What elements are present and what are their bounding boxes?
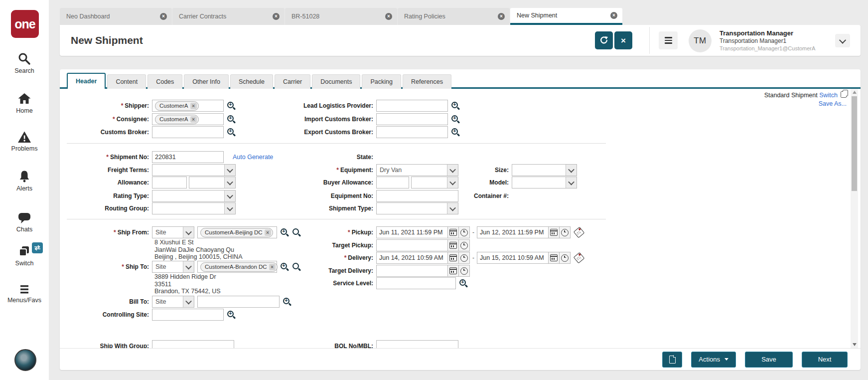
tab-br-51028[interactable]: BR-51028 ×: [285, 8, 397, 25]
ship-from-type-select[interactable]: Site: [152, 226, 194, 238]
refresh-button[interactable]: [595, 31, 613, 49]
zoom-plus-icon[interactable]: [451, 115, 460, 124]
ship-to-type-select[interactable]: Site: [152, 261, 194, 273]
close-icon[interactable]: ×: [160, 13, 167, 20]
appointment-icon[interactable]: [574, 252, 585, 264]
bill-to-type-select[interactable]: Site: [152, 296, 194, 308]
close-icon[interactable]: ×: [498, 13, 505, 20]
actions-button[interactable]: Actions: [691, 352, 736, 368]
ship-with-group-field[interactable]: [152, 340, 234, 348]
import-customs-broker-field[interactable]: [376, 113, 448, 125]
tab-new-shipment[interactable]: New Shipment ×: [510, 8, 622, 25]
vertical-scrollbar[interactable]: [851, 89, 858, 348]
lead-logistics-provider-field[interactable]: [376, 100, 448, 112]
delivery-from-field[interactable]: Jun 14, 2021 10:59 AM: [376, 252, 448, 264]
scroll-down-button[interactable]: [851, 341, 858, 348]
clock-icon[interactable]: [459, 226, 470, 238]
scrollbar-thumb[interactable]: [852, 96, 857, 191]
tab-rating-policies[interactable]: Rating Policies ×: [398, 8, 510, 25]
freight-terms-select[interactable]: [152, 164, 236, 176]
pickup-from-field[interactable]: Jun 11, 2021 11:59 PM: [376, 226, 448, 238]
form-tab-header[interactable]: Header: [67, 73, 106, 89]
shipment-no-field[interactable]: 220831: [152, 151, 224, 163]
auto-generate-link[interactable]: Auto Generate: [233, 154, 273, 161]
model-select[interactable]: [512, 177, 577, 189]
sidebar-item-home[interactable]: Home: [0, 92, 49, 114]
form-tab-packing[interactable]: Packing: [362, 74, 401, 89]
one-logo[interactable]: one: [11, 10, 39, 38]
calendar-icon[interactable]: [549, 226, 560, 238]
sidebar-item-chats[interactable]: Chats: [0, 211, 49, 233]
zoom-plus-icon[interactable]: [227, 102, 236, 110]
close-button[interactable]: ×: [614, 31, 632, 49]
sidebar-item-search[interactable]: Search: [0, 52, 49, 74]
copy-icon[interactable]: [841, 91, 847, 98]
clock-icon[interactable]: [459, 252, 470, 264]
rating-type-select[interactable]: [152, 190, 236, 202]
zoom-plus-icon[interactable]: [227, 115, 236, 124]
bill-to-field[interactable]: [197, 296, 280, 308]
form-tab-other-info[interactable]: Other Info: [184, 74, 229, 89]
form-tab-codes[interactable]: Codes: [147, 74, 182, 89]
calendar-icon[interactable]: [448, 265, 459, 277]
form-tab-content[interactable]: Content: [107, 74, 146, 89]
routing-group-select[interactable]: [152, 202, 236, 214]
target-pickup-field[interactable]: [376, 239, 448, 251]
ship-from-field[interactable]: CustomerA-Beijing DC ×: [197, 226, 277, 238]
avatar[interactable]: TM: [689, 29, 712, 52]
save-button[interactable]: Save: [745, 352, 793, 368]
sidebar-item-switch[interactable]: Switch: [0, 244, 49, 267]
calendar-icon[interactable]: [448, 239, 459, 251]
bol-no-field[interactable]: [376, 340, 458, 348]
chip-remove-icon[interactable]: ×: [190, 103, 197, 109]
close-icon[interactable]: ×: [273, 13, 280, 20]
zoom-plus-icon[interactable]: [451, 102, 460, 110]
appointment-icon[interactable]: [574, 227, 585, 238]
consignee-field[interactable]: CustomerA ×: [152, 113, 224, 125]
calendar-icon[interactable]: [549, 252, 560, 264]
buyer-allowance-field[interactable]: [376, 177, 409, 189]
size-select[interactable]: [512, 164, 577, 176]
sidebar-item-alerts[interactable]: Alerts: [0, 170, 49, 192]
chip-remove-icon[interactable]: ×: [190, 116, 197, 123]
clock-icon[interactable]: [560, 226, 571, 238]
close-icon[interactable]: ×: [385, 13, 392, 20]
zoom-plus-icon[interactable]: [451, 128, 460, 137]
allowance-field[interactable]: [152, 177, 187, 189]
clock-icon[interactable]: [560, 252, 571, 264]
close-icon[interactable]: ×: [610, 12, 617, 19]
allowance-unit-select[interactable]: [189, 177, 236, 189]
user-menu-button[interactable]: [835, 34, 850, 47]
clock-icon[interactable]: [459, 265, 470, 277]
form-tab-references[interactable]: References: [403, 74, 451, 89]
form-tab-schedule[interactable]: Schedule: [230, 74, 273, 89]
zoom-plus-icon[interactable]: [283, 298, 291, 306]
form-tab-documents[interactable]: Documents: [312, 74, 360, 89]
service-level-field[interactable]: [376, 277, 456, 289]
tab-neo-dashboard[interactable]: Neo Dashboard ×: [60, 8, 172, 25]
copy-document-button[interactable]: [662, 352, 682, 368]
zoom-plus-icon[interactable]: [227, 128, 236, 137]
delivery-to-field[interactable]: Jun 15, 2021 10:59 AM: [477, 252, 549, 264]
form-tab-carrier[interactable]: Carrier: [275, 74, 310, 89]
zoom-plus-icon[interactable]: [227, 311, 236, 319]
target-delivery-field[interactable]: [376, 265, 448, 277]
ship-to-field[interactable]: CustomerA-Brandon DC ×: [197, 261, 277, 273]
sidebar-item-menus-favs[interactable]: Menus/Favs: [0, 283, 49, 304]
tab-carrier-contracts[interactable]: Carrier Contracts ×: [172, 8, 285, 25]
calendar-icon[interactable]: [448, 252, 459, 264]
menu-button[interactable]: [659, 31, 678, 49]
calendar-icon[interactable]: [448, 226, 459, 238]
zoom-plus-icon[interactable]: [459, 279, 468, 288]
next-button[interactable]: Next: [802, 352, 848, 368]
export-customs-broker-field[interactable]: [376, 126, 448, 138]
switch-link[interactable]: Switch: [819, 92, 838, 99]
customs-broker-field[interactable]: [152, 126, 224, 138]
sidebar-item-problems[interactable]: Problems: [0, 131, 49, 152]
shipment-type-select[interactable]: [376, 202, 458, 214]
controlling-site-field[interactable]: [152, 309, 224, 321]
shipper-field[interactable]: CustomerA ×: [152, 100, 224, 112]
clock-icon[interactable]: [459, 239, 470, 251]
user-profile-avatar[interactable]: [14, 349, 36, 371]
scroll-up-button[interactable]: [851, 89, 858, 96]
